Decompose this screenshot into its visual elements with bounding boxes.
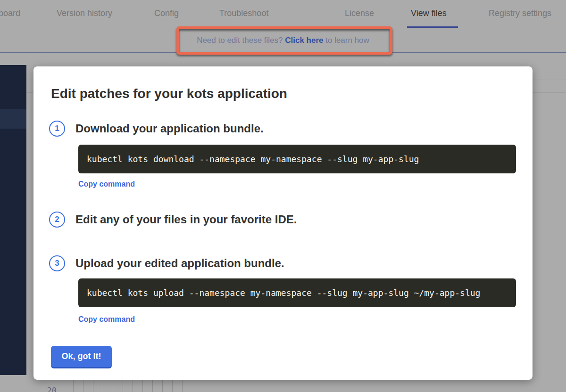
upload-command-block: kubectl kots upload --namespace my-names…	[78, 278, 516, 307]
step-1: 1 Download your application bundle.	[49, 121, 264, 137]
copy-download-command-link[interactable]: Copy command	[78, 180, 135, 188]
step-2-number: 2	[55, 215, 59, 224]
step-2-number-badge: 2	[49, 212, 65, 228]
copy-upload-command-link[interactable]: Copy command	[78, 315, 135, 324]
step-3-number-badge: 3	[49, 255, 65, 271]
ok-got-it-button[interactable]: Ok, got it!	[51, 346, 112, 368]
download-command-block: kubectl kots download --namespace my-nam…	[78, 145, 516, 173]
upload-command-text: kubectl kots upload --namespace my-names…	[87, 288, 480, 298]
modal-title: Edit patches for your kots application	[51, 86, 287, 101]
edit-patches-modal: Edit patches for your kots application 1…	[33, 66, 533, 380]
download-command-text: kubectl kots download --namespace my-nam…	[87, 154, 419, 164]
step-3-label: Upload your edited application bundle.	[75, 257, 284, 270]
step-2: 2 Edit any of your files in your favorit…	[49, 212, 297, 228]
step-1-number: 1	[55, 124, 59, 133]
step-1-number-badge: 1	[49, 121, 65, 137]
step-2-label: Edit any of your files in your favorite …	[75, 213, 297, 226]
step-3: 3 Upload your edited application bundle.	[49, 255, 284, 271]
step-3-number: 3	[55, 259, 59, 268]
step-1-label: Download your application bundle.	[75, 122, 264, 135]
